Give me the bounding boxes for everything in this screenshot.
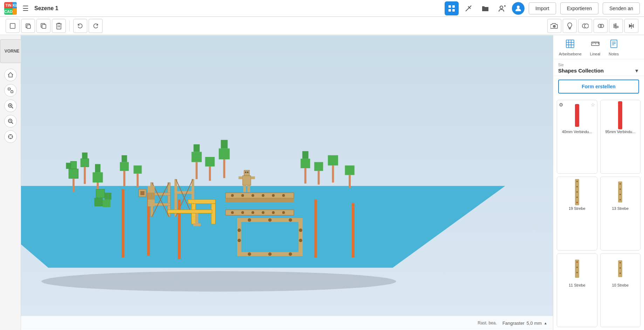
undo-button[interactable] xyxy=(73,19,87,33)
user-avatar[interactable] xyxy=(512,2,525,15)
svg-rect-68 xyxy=(192,152,202,162)
svg-rect-137 xyxy=(148,193,155,199)
bottom-bar: Rast. bea. Fangraster 5,0 mm ▲ xyxy=(21,316,553,330)
svg-point-107 xyxy=(252,194,254,197)
svg-rect-77 xyxy=(302,151,309,158)
svg-rect-149 xyxy=(193,224,200,226)
form-erstellen-button[interactable]: Form erstellen xyxy=(558,80,639,94)
arbeitsebene-label: Arbeitsebene xyxy=(559,52,582,56)
shape-preview-19strebe xyxy=(567,180,588,204)
shape-card-13strebe[interactable]: 13 Strebe xyxy=(600,177,641,250)
svg-point-128 xyxy=(289,252,292,256)
topbar: TIN KER CAD ☰ Sezene 1 Impo xyxy=(0,0,644,17)
zoom-out-button[interactable] xyxy=(4,115,17,128)
svg-rect-72 xyxy=(209,166,211,181)
svg-point-115 xyxy=(262,211,265,214)
svg-rect-61 xyxy=(95,164,101,172)
notes-icon xyxy=(609,39,618,50)
light-button[interactable] xyxy=(563,19,577,33)
folder-button[interactable] xyxy=(478,1,492,15)
shape-label-40mm: 40mm Verbindu... xyxy=(562,130,592,134)
fangraster-arrow[interactable]: ▲ xyxy=(544,321,547,325)
shape-card-11strebe[interactable]: 11 Strebe xyxy=(557,253,597,327)
svg-point-110 xyxy=(282,194,285,197)
svg-point-109 xyxy=(272,194,275,197)
shape-card-19strebe[interactable]: 19 Strebe xyxy=(557,177,597,250)
shape-preview-40mm xyxy=(567,103,588,128)
svg-rect-66 xyxy=(133,165,142,173)
viewport[interactable]: Rast. bea. Fangraster 5,0 mm ▲ xyxy=(21,35,553,330)
add-user-button[interactable] xyxy=(495,1,509,15)
pickaxe-button[interactable] xyxy=(461,1,475,15)
mirror-button[interactable] xyxy=(624,19,638,33)
star-icon[interactable]: ☆ xyxy=(591,102,595,108)
fit-view-button[interactable] xyxy=(4,84,17,97)
new-button[interactable] xyxy=(6,19,20,33)
svg-point-112 xyxy=(231,211,234,214)
svg-rect-15 xyxy=(42,25,46,28)
tab-notes[interactable]: Notes xyxy=(609,39,619,56)
copy-button[interactable] xyxy=(21,19,35,33)
arbeitsebene-icon xyxy=(566,39,575,50)
boolean-subtract-button[interactable] xyxy=(578,19,592,33)
tab-arbeitsebene[interactable]: Arbeitsebene xyxy=(559,39,582,56)
3d-scene xyxy=(21,35,553,330)
shapes-dropdown-arrow[interactable]: ▼ xyxy=(634,68,639,74)
boolean-union-button[interactable] xyxy=(594,19,608,33)
svg-point-124 xyxy=(299,228,302,232)
svg-point-105 xyxy=(231,194,234,197)
camera-button[interactable] xyxy=(547,19,561,33)
svg-rect-161 xyxy=(611,40,617,48)
pan-button[interactable] xyxy=(4,130,17,143)
svg-rect-60 xyxy=(93,172,103,183)
svg-point-106 xyxy=(241,194,244,197)
svg-point-126 xyxy=(248,252,251,256)
svg-rect-150 xyxy=(566,40,574,48)
scene-list-icon[interactable]: ☰ xyxy=(22,4,29,13)
shape-preview-10strebe xyxy=(610,256,631,281)
shape-card-95mm[interactable]: 95mm Verbindu... xyxy=(600,100,641,174)
svg-rect-53 xyxy=(69,169,78,178)
svg-rect-141 xyxy=(245,172,246,173)
svg-rect-59 xyxy=(84,167,86,184)
zoom-in-button[interactable] xyxy=(4,99,17,112)
paste-button[interactable] xyxy=(36,19,50,33)
svg-point-125 xyxy=(299,239,302,242)
align-button[interactable] xyxy=(609,19,623,33)
tab-lineal[interactable]: Lineal xyxy=(590,39,600,56)
logo[interactable]: TIN KER CAD xyxy=(4,2,17,15)
svg-rect-145 xyxy=(243,185,246,192)
svg-rect-57 xyxy=(81,159,89,167)
svg-marker-32 xyxy=(632,25,633,27)
grid-view-button[interactable] xyxy=(445,1,459,15)
svg-rect-129 xyxy=(122,189,124,257)
svg-rect-147 xyxy=(167,210,212,213)
svg-point-123 xyxy=(238,239,241,242)
svg-rect-84 xyxy=(349,175,351,188)
shape-card-40mm[interactable]: ⚙ ☆ 40mm Verbindu... xyxy=(557,100,597,174)
svg-rect-80 xyxy=(318,171,320,185)
left-sidebar: VORNE xyxy=(0,35,21,330)
notes-label: Notes xyxy=(609,52,619,56)
view-cube[interactable]: VORNE xyxy=(0,39,24,63)
home-button[interactable] xyxy=(4,69,17,81)
svg-marker-31 xyxy=(629,25,631,27)
svg-rect-34 xyxy=(11,91,13,93)
send-button[interactable]: Senden an xyxy=(603,2,640,14)
redo-button[interactable] xyxy=(89,19,103,33)
rast-label: Rast. bea. xyxy=(478,321,497,325)
svg-point-114 xyxy=(252,211,254,214)
svg-point-121 xyxy=(289,218,292,222)
shape-card-10strebe[interactable]: 10 Strebe xyxy=(600,253,641,327)
svg-point-20 xyxy=(554,26,555,27)
gear-icon[interactable]: ⚙ xyxy=(559,102,563,108)
logo-k xyxy=(13,8,17,15)
svg-rect-97 xyxy=(192,204,196,224)
delete-button[interactable] xyxy=(52,19,66,33)
import-button[interactable]: Import xyxy=(529,2,556,14)
svg-rect-13 xyxy=(27,25,30,28)
svg-rect-96 xyxy=(188,200,215,204)
svg-rect-132 xyxy=(352,203,355,257)
export-button[interactable]: Exportieren xyxy=(560,2,599,14)
toolbar-right-icons xyxy=(547,19,638,33)
